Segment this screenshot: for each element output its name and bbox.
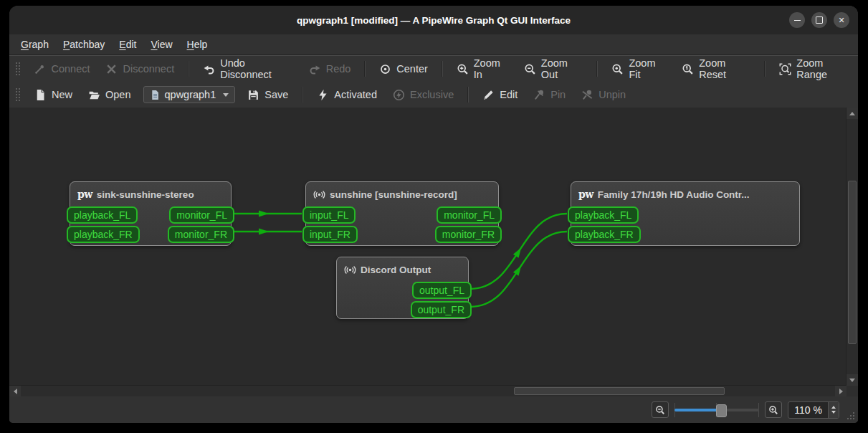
redo-icon [309,63,321,75]
port-monitor_FR[interactable]: monitor_FR [435,226,502,243]
edit-button[interactable]: Edit [476,85,524,105]
arrow-down-icon [849,379,855,382]
spin-up-button[interactable] [831,406,836,409]
redo-button[interactable]: Redo [302,60,358,79]
pin-button[interactable]: Pin [527,85,572,105]
zoom-out-label: Zoom Out [541,57,583,80]
vertical-scrollbar[interactable] [846,108,858,386]
zoom-range-icon [779,63,791,75]
zoom-slider-handle[interactable] [716,404,727,417]
maximize-icon [816,16,823,24]
zoom-fit-button[interactable]: Zoom Fit [605,54,672,84]
node-title-text: sink-sunshine-stereo [97,189,194,200]
statusbar-zoom-in-button[interactable] [765,401,782,418]
node-sunshine[interactable]: sunshine [sunshine-record] input_FL inpu… [305,181,499,246]
toolbar-separator [442,61,443,77]
port-monitor_FL[interactable]: monitor_FL [169,206,234,224]
center-button[interactable]: Center [373,60,434,79]
scroll-right-button[interactable] [835,386,846,396]
close-icon: ✕ [838,16,844,24]
disconnect-icon [105,63,118,75]
new-file-icon [34,89,47,101]
zoom-out-icon [524,63,536,75]
graph-viewport[interactable]: pw sink-sunshine-stereo playback_FL play… [9,108,846,386]
toolbar-drag-handle[interactable] [15,87,21,102]
minimize-button[interactable] [789,12,805,28]
spin-arrows [828,402,839,418]
menu-help[interactable]: Help [180,36,215,53]
ports-row: input_FL input_FR monitor_FL monitor_FR [306,206,498,243]
resize-grip[interactable] [845,410,855,420]
scroll-down-button[interactable] [846,374,858,386]
exclusive-button[interactable]: Exclusive [386,85,460,105]
unpin-button[interactable]: Unpin [575,85,632,105]
maximize-button[interactable] [811,12,827,28]
port-monitor_FR[interactable]: monitor_FR [168,226,234,243]
menu-graph[interactable]: Graph [14,36,56,53]
wire-arrow [259,229,269,235]
menu-view[interactable]: View [143,36,179,53]
patchbay-selector[interactable]: qpwgraph1 [143,86,236,103]
connect-button[interactable]: Connect [27,60,96,79]
toolbar-drag-handle[interactable] [15,62,20,76]
port-output_FR[interactable]: output_FR [411,301,472,318]
window-controls: ✕ [789,12,849,28]
ports-row: output_FL output_FR [337,282,468,318]
node-title-text: sunshine [sunshine-record] [330,189,457,200]
pin-icon [533,89,545,101]
menu-edit[interactable]: Edit [112,36,143,53]
zoom-level-spinbox[interactable]: 110 % [788,401,839,419]
port-monitor_FL[interactable]: monitor_FL [437,206,502,224]
port-input_FL[interactable]: input_FL [302,206,356,224]
port-playback_FL[interactable]: playback_FL [568,206,639,224]
undo-button[interactable]: Undo Disconnect [196,54,300,84]
toolbar-separator [764,61,766,77]
activated-button[interactable]: Activated [310,85,383,105]
save-button[interactable]: Save [241,85,295,105]
zoom-slider[interactable] [674,403,759,417]
pin-label: Pin [550,89,566,100]
edit-label: Edit [500,89,518,100]
media-stream-icon [313,189,325,201]
unpin-label: Unpin [598,89,626,100]
node-family-hd-audio[interactable]: pw Family 17h/19h HD Audio Contr... play… [571,181,800,246]
node-title: pw sink-sunshine-stereo [70,182,231,206]
node-discord-output[interactable]: Discord Output output_FL output_FR [336,257,469,319]
new-button[interactable]: New [28,85,79,105]
zoom-in-button[interactable]: Zoom In [450,54,515,84]
port-input_FR[interactable]: input_FR [302,226,358,243]
node-title: pw Family 17h/19h HD Audio Contr... [571,182,799,206]
toolbar-patchbay: New Open qpwgraph1 Save [9,82,858,108]
zoom-range-button[interactable]: Zoom Range [773,54,858,84]
spin-down-button[interactable] [831,411,836,414]
scroll-up-button[interactable] [846,108,858,119]
zoom-reset-icon [682,63,694,75]
port-output_FL[interactable]: output_FL [412,282,472,299]
wire-arrow [259,211,269,217]
unpin-icon [581,89,593,101]
close-button[interactable]: ✕ [834,12,849,28]
vertical-scrollbar-thumb[interactable] [848,181,857,344]
graph-canvas[interactable]: pw sink-sunshine-stereo playback_FL play… [9,108,858,396]
scroll-left-button[interactable] [9,386,21,396]
disconnect-button[interactable]: Disconnect [99,60,181,79]
zoom-in-label: Zoom In [474,57,508,80]
port-playback_FL[interactable]: playback_FL [67,206,138,224]
statusbar-zoom-out-button[interactable] [652,401,669,418]
new-label: New [52,89,72,100]
horizontal-scrollbar[interactable] [9,385,846,396]
zoom-reset-button[interactable]: Zoom Reset [675,54,757,84]
node-sink-sunshine-stereo[interactable]: pw sink-sunshine-stereo playback_FL play… [70,181,232,246]
zoom-slider-fill [674,409,719,411]
activated-label: Activated [334,89,377,100]
horizontal-scrollbar-thumb[interactable] [514,387,725,395]
port-playback_FR[interactable]: playback_FR [67,226,140,243]
edit-pencil-icon [482,89,495,101]
disconnect-label: Disconnect [123,63,174,75]
menu-patchbay[interactable]: Patchbay [56,36,112,53]
open-button[interactable]: Open [82,85,137,105]
scrollbar-corner [846,386,858,396]
port-playback_FR[interactable]: playback_FR [568,226,641,243]
zoom-out-button[interactable]: Zoom Out [518,54,590,84]
activated-icon [317,89,329,101]
